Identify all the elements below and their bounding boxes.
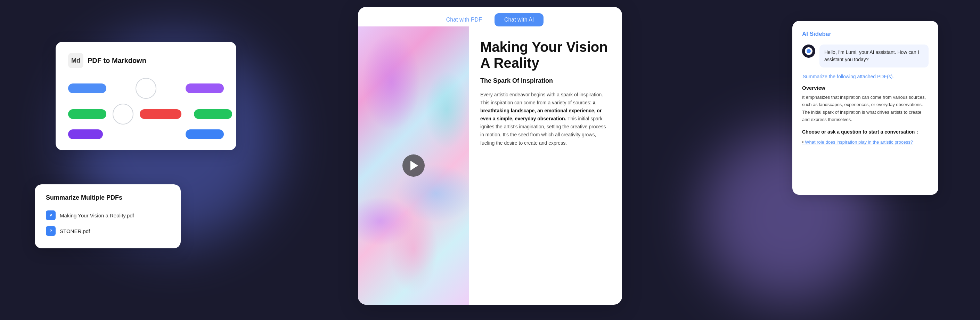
pdf-main-heading: Making Your Vision A Reality [480,39,611,71]
flow-row-1 [68,78,224,99]
overview-title: Overview [802,85,929,91]
flow-row-2 [68,104,224,125]
lumi-greeting-bubble: Hello, I'm Lumi, your AI assistant. How … [819,45,929,67]
flow-pill-green [68,109,107,119]
flow-connector-1 [113,78,179,99]
overview-body: It emphasizes that inspiration can come … [802,94,929,123]
pdf-file-icon-1: P [46,210,56,220]
pdf-item-1: P Making Your Vision a Reality.pdf [46,208,170,223]
user-message: Summarize the following attached PDF(s). [802,74,929,79]
pdf-viewer-content: Making Your Vision A Reality The Spark O… [358,26,622,305]
lumi-avatar [802,45,815,58]
summarize-pdfs-title: Summarize Multiple PDFs [46,194,170,202]
tab-chat-ai[interactable]: Chat with AI [495,13,544,26]
pdf-text-area: Making Your Vision A Reality The Spark O… [469,26,622,305]
pdf-to-markdown-card: Md PDF to Markdown [56,42,236,150]
flow-diagram [68,78,224,139]
flow-row-3 [68,130,224,139]
pdf-image-area [358,26,469,305]
ai-sidebar-title: AI Sidebar [802,30,929,38]
flow-pill-purple [186,83,224,93]
flow-pill-blue [68,83,107,93]
main-scene: Md PDF to Markdown [0,0,980,320]
play-button[interactable] [402,154,425,177]
pdf-section-title: The Spark Of Inspiration [480,77,611,85]
sidebar-cta: Choose or ask a question to start a conv… [802,129,929,135]
pdf-file-icon-2: P [46,226,56,236]
markdown-icon: Md [68,53,83,68]
card-markdown-title: PDF to Markdown [88,57,146,65]
pdf-item-2: P STONER.pdf [46,223,170,238]
ai-sidebar-card: AI Sidebar Hello, I'm Lumi, your AI assi… [792,21,938,195]
flow-pill-green2 [194,109,232,119]
connector-circle-1 [135,78,156,99]
connector-circle-2 [113,104,134,125]
pdf-body-text: Every artistic endeavor begins with a sp… [480,91,611,147]
flow-connector-2 [113,104,134,125]
pdf-viewer-tabs: Chat with PDF Chat with AI [358,7,622,26]
pdf-filename-1: Making Your Vision a Reality.pdf [60,213,134,218]
summarize-pdfs-card: Summarize Multiple PDFs P Making Your Vi… [35,184,181,248]
main-pdf-viewer-card: Chat with PDF Chat with AI Making Your V… [358,7,622,305]
pdf-filename-2: STONER.pdf [60,228,90,234]
play-icon [410,161,418,170]
suggestion-link[interactable]: What role does inspiration play in the a… [802,139,913,145]
flow-pill-red [140,109,181,119]
tab-chat-pdf[interactable]: Chat with PDF [436,13,492,26]
flow-pill-blue2 [186,130,224,139]
card-markdown-header: Md PDF to Markdown [68,53,224,68]
pdf-body-intro: Every artistic endeavor begins with a sp… [480,92,603,106]
lumi-greeting-row: Hello, I'm Lumi, your AI assistant. How … [802,45,929,67]
flow-pill-purple2 [68,130,103,139]
